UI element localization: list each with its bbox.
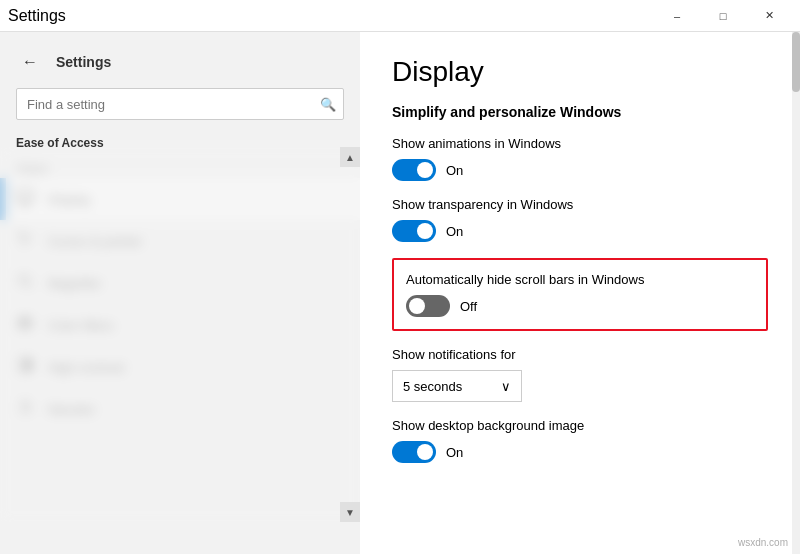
show-animations-knob [417, 162, 433, 178]
back-button[interactable]: ← [16, 48, 44, 76]
sidebar-scroll-down[interactable]: ▼ [340, 502, 360, 522]
notifications-label: Show notifications for [392, 347, 768, 362]
page-title: Display [392, 56, 768, 88]
auto-hide-scrollbars-state: Off [460, 299, 477, 314]
desktop-bg-label: Show desktop background image [392, 418, 768, 433]
app-body: ← Settings 🔍 Ease of Access Vision [0, 32, 800, 554]
title-bar-title: Settings [8, 7, 66, 25]
maximize-button[interactable]: □ [700, 0, 746, 32]
main-content: Display Simplify and personalize Windows… [360, 32, 800, 554]
show-transparency-state: On [446, 224, 463, 239]
sidebar-header: ← Settings [0, 32, 360, 84]
chevron-down-icon: ∨ [501, 379, 511, 394]
search-box: 🔍 [16, 88, 344, 120]
title-bar: Settings – □ ✕ [0, 0, 800, 32]
show-transparency-toggle-row: On [392, 220, 768, 242]
auto-hide-scrollbars-setting: Automatically hide scroll bars in Window… [406, 272, 754, 317]
auto-hide-scrollbars-label: Automatically hide scroll bars in Window… [406, 272, 754, 287]
show-animations-state: On [446, 163, 463, 178]
notifications-dropdown[interactable]: 5 seconds ∨ [392, 370, 522, 402]
show-transparency-setting: Show transparency in Windows On [392, 197, 768, 242]
desktop-bg-setting: Show desktop background image On [392, 418, 768, 463]
show-animations-setting: Show animations in Windows On [392, 136, 768, 181]
minimize-button[interactable]: – [654, 0, 700, 32]
title-bar-left: Settings [8, 7, 66, 25]
desktop-bg-state: On [446, 445, 463, 460]
show-transparency-label: Show transparency in Windows [392, 197, 768, 212]
notifications-setting: Show notifications for 5 seconds ∨ [392, 347, 768, 402]
close-button[interactable]: ✕ [746, 0, 792, 32]
show-transparency-toggle[interactable] [392, 220, 436, 242]
title-bar-controls: – □ ✕ [654, 0, 792, 32]
show-animations-toggle-row: On [392, 159, 768, 181]
desktop-bg-knob [417, 444, 433, 460]
sidebar-scroll-up[interactable]: ▲ [340, 147, 360, 167]
search-input[interactable] [16, 88, 344, 120]
notifications-dropdown-value: 5 seconds [403, 379, 462, 394]
sidebar-app-title: Settings [56, 54, 111, 70]
search-icon: 🔍 [320, 97, 336, 112]
auto-hide-scrollbars-knob [409, 298, 425, 314]
sidebar-blur-overlay [0, 147, 360, 522]
auto-hide-scrollbars-box: Automatically hide scroll bars in Window… [392, 258, 768, 331]
auto-hide-scrollbars-toggle-row: Off [406, 295, 754, 317]
desktop-bg-toggle[interactable] [392, 441, 436, 463]
watermark: wsxdn.com [738, 537, 788, 548]
main-scrollbar[interactable] [792, 32, 800, 554]
desktop-bg-toggle-row: On [392, 441, 768, 463]
show-animations-label: Show animations in Windows [392, 136, 768, 151]
auto-hide-scrollbars-toggle[interactable] [406, 295, 450, 317]
show-animations-toggle[interactable] [392, 159, 436, 181]
main-scrollbar-thumb[interactable] [792, 32, 800, 92]
show-transparency-knob [417, 223, 433, 239]
section-title: Simplify and personalize Windows [392, 104, 768, 120]
sidebar: ← Settings 🔍 Ease of Access Vision [0, 32, 360, 554]
